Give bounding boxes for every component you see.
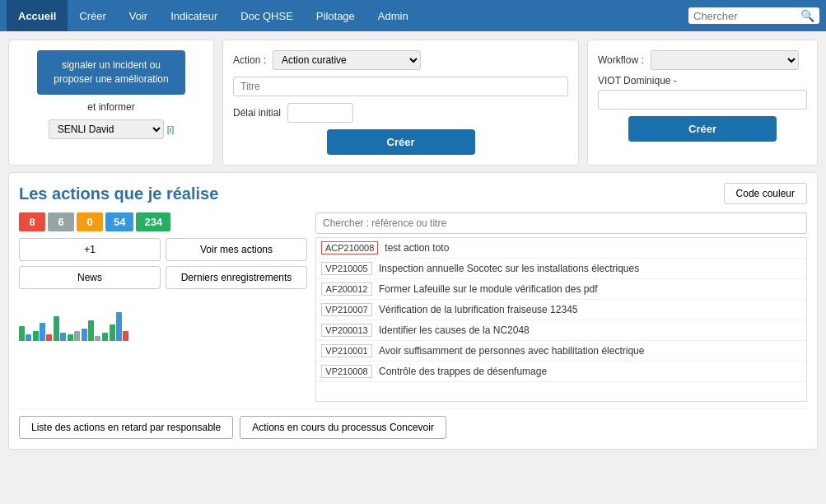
user-selector: SENLI David [i]: [49, 119, 175, 139]
actions-cours-button[interactable]: Actions en cours du processus Concevoir: [240, 416, 446, 439]
chart-bar: [54, 316, 59, 341]
card-signal: signaler un incident ou proposer une amé…: [8, 40, 214, 166]
item-title: test action toto: [385, 242, 449, 254]
viot-label: VIOT Dominique -: [598, 75, 807, 86]
ref-badge: VP210005: [321, 262, 372, 275]
creer-button-center[interactable]: Créer: [327, 129, 475, 155]
chart-bar: [110, 324, 115, 341]
chart-bar: [46, 334, 52, 341]
chart-bar: [123, 331, 128, 341]
chart-group: [68, 331, 80, 341]
nav-creer[interactable]: Créer: [68, 0, 118, 31]
plus1-button[interactable]: +1: [19, 238, 161, 261]
bottom-title: Les actions que je réalise: [19, 184, 218, 203]
nav-doc-qhse[interactable]: Doc QHSE: [229, 0, 305, 31]
derniers-button[interactable]: Derniers enregistrements: [166, 266, 307, 289]
right-panel: ACP210008test action totoVP210005Inspect…: [315, 212, 807, 402]
chart-group: [33, 323, 52, 341]
search-bar: 🔍: [688, 7, 819, 24]
chart-bar: [33, 331, 39, 341]
chart-bar: [102, 333, 108, 341]
stat-blue: 54: [105, 212, 133, 231]
chart-group: [19, 326, 31, 341]
item-title: Contrôle des trappes de désenfumage: [379, 366, 547, 377]
chart-group: [82, 320, 100, 341]
ref-badge: VP210008: [321, 365, 372, 378]
action-row: Action : Action curative: [233, 50, 568, 70]
chart-bar: [82, 329, 87, 341]
chart-bar: [116, 312, 122, 341]
signal-button[interactable]: signaler un incident ou proposer une amé…: [37, 50, 185, 95]
action-row-1: +1 Voir mes actions: [19, 238, 307, 261]
stat-gray: 6: [48, 212, 74, 231]
user-select[interactable]: SENLI David: [49, 119, 164, 139]
search-icon[interactable]: 🔍: [800, 9, 814, 22]
action-buttons: +1 Voir mes actions News Derniers enregi…: [19, 238, 307, 289]
stats-row: 8 6 0 54 234: [19, 212, 307, 231]
ref-badge: AF200012: [321, 282, 372, 296]
list-item[interactable]: VP210001Avoir suffisamment de personnes …: [316, 341, 806, 362]
list-item[interactable]: VP210008Contrôle des trappes de désenfum…: [316, 362, 806, 382]
workflow-select[interactable]: [651, 50, 799, 70]
left-panel: 8 6 0 54 234 +1 Voir mes actions News De…: [19, 212, 307, 402]
chart-bar: [74, 331, 80, 341]
nav-voir[interactable]: Voir: [118, 0, 159, 31]
chart-bar: [19, 326, 25, 341]
delai-input[interactable]: [287, 103, 353, 123]
list-item[interactable]: VP210005Inspection annuelle Socotec sur …: [316, 259, 806, 279]
workflow-label: Workflow :: [598, 54, 644, 66]
viot-input[interactable]: [598, 90, 807, 110]
bottom-buttons: Liste des actions en retard par responsa…: [19, 408, 807, 439]
chart-bar: [95, 336, 100, 341]
stat-yellow: 0: [77, 212, 103, 231]
ref-badge: ACP210008: [321, 241, 378, 254]
news-button[interactable]: News: [19, 266, 161, 289]
item-title: Vérification de la lubrification fraiseu…: [379, 304, 577, 315]
navbar: Accueil Créer Voir Indicateur Doc QHSE P…: [0, 0, 826, 31]
chart-bar: [40, 323, 45, 341]
nav-pilotage[interactable]: Pilotage: [305, 0, 366, 31]
stat-red: 8: [19, 212, 45, 231]
nav-indicateur[interactable]: Indicateur: [159, 0, 229, 31]
search-input[interactable]: [693, 10, 800, 22]
chart-group: [102, 333, 108, 341]
bottom-section: Les actions que je réalise Code couleur …: [8, 172, 818, 450]
chart-bar: [68, 334, 73, 341]
chart-bar: [88, 320, 94, 341]
workflow-row: Workflow :: [598, 50, 807, 70]
item-title: Avoir suffisamment de personnes avec hab…: [379, 345, 644, 357]
list-item[interactable]: ACP210008test action toto: [316, 238, 806, 259]
liste-actions-button[interactable]: Liste des actions en retard par responsa…: [19, 416, 233, 439]
action-search-input[interactable]: [315, 212, 807, 234]
creer-button-right[interactable]: Créer: [628, 116, 777, 142]
chart-bar: [26, 334, 31, 341]
list-item[interactable]: VP200013Identifier les causes de la NC20…: [316, 320, 806, 341]
chart-area: [19, 296, 307, 341]
code-couleur-button[interactable]: Code couleur: [724, 183, 807, 204]
action-select[interactable]: Action curative: [273, 50, 421, 70]
title-input[interactable]: [233, 77, 568, 96]
nav-accueil[interactable]: Accueil: [7, 0, 68, 31]
main-content: signaler un incident ou proposer une amé…: [0, 31, 826, 458]
card-workflow: Workflow : VIOT Dominique - Créer: [587, 40, 818, 166]
action-list[interactable]: ACP210008test action totoVP210005Inspect…: [315, 237, 807, 402]
item-title: Inspection annuelle Socotec sur les inst…: [379, 263, 639, 274]
stat-green: 234: [136, 212, 170, 231]
bottom-body: 8 6 0 54 234 +1 Voir mes actions News De…: [19, 212, 807, 402]
nav-admin[interactable]: Admin: [366, 0, 420, 31]
ref-badge: VP200013: [321, 324, 372, 337]
bottom-header: Les actions que je réalise Code couleur: [19, 183, 807, 204]
list-item[interactable]: VP210007Vérification de la lubrification…: [316, 300, 806, 320]
item-title: Identifier les causes de la NC2048: [379, 324, 530, 336]
delai-label: Délai initial: [233, 107, 281, 119]
inform-label: et informer: [87, 101, 134, 113]
item-title: Former Lafeuille sur le module vérificat…: [379, 283, 597, 295]
chart-group: [110, 312, 128, 341]
chart-group: [54, 316, 66, 341]
ref-badge: VP210001: [321, 344, 372, 357]
voir-actions-button[interactable]: Voir mes actions: [166, 238, 307, 261]
card-action: Action : Action curative Délai initial C…: [222, 40, 579, 166]
delai-row: Délai initial: [233, 103, 568, 123]
info-link[interactable]: [i]: [167, 124, 175, 134]
list-item[interactable]: AF200012Former Lafeuille sur le module v…: [316, 279, 806, 300]
